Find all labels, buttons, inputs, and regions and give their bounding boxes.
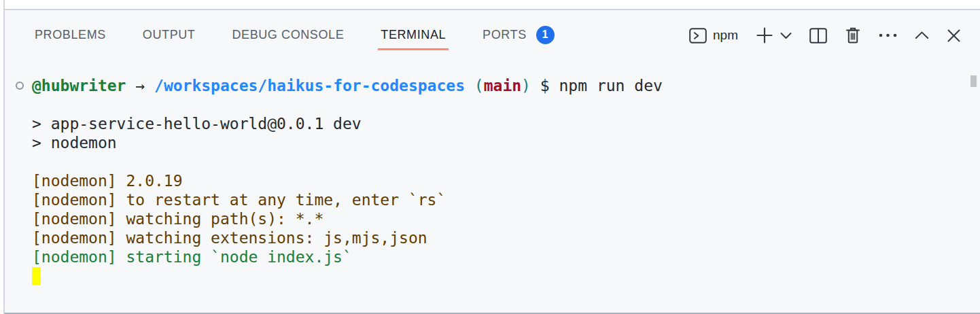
tab-terminal-label: TERMINAL [381, 28, 446, 42]
panel-header: PROBLEMS OUTPUT DEBUG CONSOLE TERMINAL P… [5, 10, 980, 60]
command-decoration-circle-icon[interactable] [16, 82, 24, 90]
kill-terminal-trash-icon[interactable] [845, 27, 861, 44]
tab-output[interactable]: OUTPUT [140, 21, 198, 50]
active-terminal-item[interactable]: npm [689, 28, 738, 43]
terminal-output-area[interactable]: @hubwriter → /workspaces/haikus-for-code… [5, 76, 980, 285]
tab-ports[interactable]: PORTS 1 [480, 19, 557, 52]
close-panel-x-icon[interactable] [947, 29, 961, 43]
terminal-line: [nodemon] watching extensions: js,mjs,js… [32, 228, 980, 247]
maximize-panel-chevron-up-icon[interactable] [915, 31, 929, 39]
ports-count-badge: 1 [536, 26, 555, 44]
terminal-lines: @hubwriter → /workspaces/haikus-for-code… [32, 76, 980, 285]
active-terminal-label: npm [713, 28, 738, 43]
terminal-line: [nodemon] starting `node index.js` [32, 247, 980, 266]
split-terminal-icon[interactable] [809, 28, 827, 43]
terminal-actions: npm [689, 27, 961, 44]
panel-left-border [3, 0, 5, 314]
bottom-panel: PROBLEMS OUTPUT DEBUG CONSOLE TERMINAL P… [5, 9, 980, 314]
terminal-cursor [32, 267, 41, 285]
tab-debug-console-label: DEBUG CONSOLE [232, 28, 344, 42]
scrollbar-thumb[interactable] [970, 75, 977, 87]
tab-debug-console[interactable]: DEBUG CONSOLE [229, 21, 347, 50]
tab-output-label: OUTPUT [143, 28, 196, 42]
tab-problems-label: PROBLEMS [35, 28, 106, 42]
terminal-line [32, 152, 980, 171]
tab-ports-label: PORTS [483, 28, 527, 42]
terminal-line: [nodemon] to restart at any time, enter … [32, 190, 980, 209]
more-actions-ellipsis-icon[interactable] [879, 33, 897, 37]
launch-profile-chevron-down-icon[interactable] [780, 32, 792, 39]
panel-tabs: PROBLEMS OUTPUT DEBUG CONSOLE TERMINAL P… [32, 19, 557, 52]
terminal-line [32, 266, 980, 285]
terminal-line: [nodemon] watching path(s): *.* [32, 209, 980, 228]
terminal-line [32, 95, 980, 114]
new-terminal-plus-icon[interactable] [756, 27, 773, 44]
new-terminal-group [756, 27, 792, 44]
tab-problems[interactable]: PROBLEMS [32, 21, 109, 50]
terminal-line: > app-service-hello-world@0.0.1 dev [32, 114, 980, 133]
tab-terminal[interactable]: TERMINAL [378, 21, 449, 50]
terminal-line: @hubwriter → /workspaces/haikus-for-code… [32, 76, 980, 95]
terminal-line: [nodemon] 2.0.19 [32, 171, 980, 190]
terminal-icon [689, 28, 707, 43]
terminal-line: > nodemon [32, 133, 980, 152]
